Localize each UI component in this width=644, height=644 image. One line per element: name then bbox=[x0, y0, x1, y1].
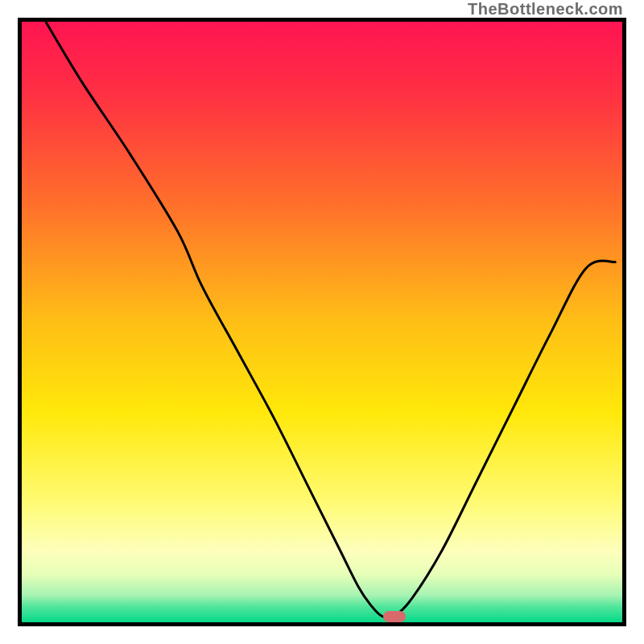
chart-plot bbox=[22, 22, 622, 622]
gradient-background bbox=[22, 22, 622, 622]
watermark-text: TheBottleneck.com bbox=[468, 0, 623, 19]
optimum-marker bbox=[383, 611, 406, 622]
chart-svg bbox=[22, 22, 622, 622]
chart-frame bbox=[18, 18, 626, 626]
